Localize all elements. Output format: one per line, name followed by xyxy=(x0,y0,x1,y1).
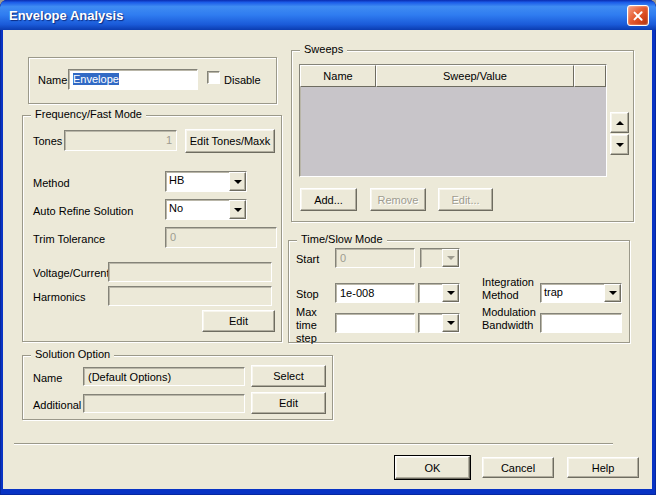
move-down-button[interactable] xyxy=(610,134,629,155)
integration-method-value: trap xyxy=(541,284,604,302)
chevron-down-icon xyxy=(234,180,242,188)
method-value: HB xyxy=(166,172,229,191)
name-input-selected-text: Envelope xyxy=(73,73,119,85)
chevron-down-icon xyxy=(447,291,455,299)
edit-tones-maxk-button[interactable]: Edit Tones/Maxk xyxy=(185,129,275,153)
modulation-bandwidth-input[interactable] xyxy=(540,313,622,333)
max-time-step-dropdown-button[interactable] xyxy=(442,314,459,332)
method-label: Method xyxy=(33,177,70,190)
sweeps-group-title: Sweeps xyxy=(300,43,347,55)
start-label: Start xyxy=(296,253,319,266)
chevron-down-icon xyxy=(447,321,455,329)
sweeps-edit-button: Edit... xyxy=(438,188,493,211)
stop-input[interactable]: 1e-008 xyxy=(335,283,415,303)
ok-button[interactable]: OK xyxy=(395,456,470,479)
start-unit-dropdown-button xyxy=(442,249,459,267)
sweeps-add-button[interactable]: Add... xyxy=(300,188,357,211)
auto-refine-dropdown-button[interactable] xyxy=(229,200,246,219)
solution-name-input: (Default Options) xyxy=(83,367,245,386)
sweeps-remove-button: Remove xyxy=(370,188,426,211)
solution-edit-button[interactable]: Edit xyxy=(251,392,326,414)
trim-tolerance-label: Trim Tolerance xyxy=(33,233,105,246)
method-combobox[interactable]: HB xyxy=(165,171,247,192)
disable-label: Disable xyxy=(224,74,261,87)
voltage-current-label: Voltage/Current xyxy=(33,267,109,280)
arrow-up-icon xyxy=(616,117,624,125)
stop-unit-dropdown-button[interactable] xyxy=(442,284,459,302)
modulation-bandwidth-label: Modulation Bandwidth xyxy=(482,306,544,332)
max-time-step-input[interactable] xyxy=(335,313,415,333)
max-time-step-unit-combobox[interactable] xyxy=(418,313,460,333)
tones-input: 1 xyxy=(64,130,177,151)
max-time-step-unit-value xyxy=(419,314,442,332)
help-button[interactable]: Help xyxy=(567,457,639,478)
harmonics-input xyxy=(108,286,272,306)
auto-refine-combobox[interactable]: No xyxy=(165,199,247,220)
auto-refine-label: Auto Refine Solution xyxy=(33,205,133,218)
chevron-down-icon xyxy=(609,291,617,299)
window-title: Envelope Analysis xyxy=(0,8,123,23)
cancel-button[interactable]: Cancel xyxy=(482,457,554,478)
time-mode-group-title: Time/Slow Mode xyxy=(297,233,387,245)
start-unit-combobox xyxy=(420,248,460,268)
envelope-analysis-dialog: Envelope Analysis Name: Envelope Disable… xyxy=(0,0,656,495)
sweeps-table-header: Name Sweep/Value xyxy=(300,65,606,87)
max-time-step-label: Max time step xyxy=(296,306,340,345)
solution-group-title: Solution Option xyxy=(31,348,114,360)
stop-label: Stop xyxy=(296,288,319,301)
auto-refine-value: No xyxy=(166,200,229,219)
start-input: 0 xyxy=(335,248,415,268)
integration-method-label: Integration Method xyxy=(482,276,540,302)
chevron-down-icon xyxy=(447,256,455,264)
voltage-current-input xyxy=(108,262,272,282)
footer-divider xyxy=(14,443,613,445)
close-button[interactable] xyxy=(627,5,649,26)
sweeps-table[interactable]: Name Sweep/Value xyxy=(299,64,607,177)
move-up-button[interactable] xyxy=(610,112,629,133)
solution-name-label: Name xyxy=(33,372,62,385)
tones-label: Tones xyxy=(33,135,62,148)
name-input[interactable]: Envelope xyxy=(68,69,198,90)
frequency-edit-button[interactable]: Edit xyxy=(202,310,275,332)
stop-unit-value xyxy=(419,284,442,302)
close-icon xyxy=(632,10,644,22)
titlebar[interactable]: Envelope Analysis xyxy=(0,0,656,30)
chevron-down-icon xyxy=(234,208,242,216)
column-header-name[interactable]: Name xyxy=(300,65,376,87)
stop-unit-combobox[interactable] xyxy=(418,283,460,303)
solution-additional-label: Additional xyxy=(33,399,81,412)
harmonics-label: Harmonics xyxy=(33,291,86,304)
method-dropdown-button[interactable] xyxy=(229,172,246,191)
solution-select-button[interactable]: Select xyxy=(251,365,326,387)
integration-method-combobox[interactable]: trap xyxy=(540,283,622,303)
arrow-down-icon xyxy=(616,143,624,151)
integration-method-dropdown-button[interactable] xyxy=(604,284,621,302)
start-unit-value xyxy=(421,249,442,267)
column-header-sweep-value[interactable]: Sweep/Value xyxy=(376,65,574,87)
solution-additional-input xyxy=(83,394,245,413)
trim-tolerance-input: 0 xyxy=(165,227,277,248)
disable-checkbox[interactable] xyxy=(207,71,220,84)
column-header-extra[interactable] xyxy=(574,65,606,87)
frequency-group-title: Frequency/Fast Mode xyxy=(31,108,146,120)
name-label: Name: xyxy=(38,74,70,87)
